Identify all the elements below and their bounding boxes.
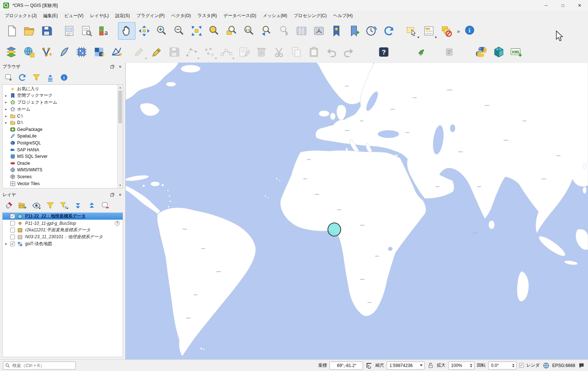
new-3d-map-view-button[interactable] xyxy=(310,22,328,40)
menu-plugins[interactable]: プラグイン(P) xyxy=(133,11,168,20)
current-edits-caret[interactable] xyxy=(145,58,147,59)
zoom-next-button[interactable] xyxy=(275,22,293,40)
layer-crs-warning-badge[interactable]: ? xyxy=(115,221,120,226)
add-mesh-layer-button[interactable] xyxy=(108,43,125,61)
browser-item-sap-hana[interactable]: SAP HANA xyxy=(3,146,123,153)
zoom-full-extent-button[interactable] xyxy=(188,22,205,40)
new-project-button[interactable] xyxy=(3,22,20,40)
save-layer-edits-button[interactable] xyxy=(165,43,183,61)
add-spatialite-layer-button[interactable] xyxy=(55,43,73,61)
lock-scale-icon[interactable] xyxy=(427,362,434,369)
digitize-with-segment-button[interactable] xyxy=(183,43,200,61)
toggle-editing-button[interactable] xyxy=(148,43,165,61)
save-project-button[interactable] xyxy=(38,22,55,40)
current-edits-button[interactable] xyxy=(130,43,148,61)
magnifier-input[interactable] xyxy=(450,363,469,368)
select-form-dropdown-caret[interactable] xyxy=(435,37,437,38)
maximize-button[interactable]: □ xyxy=(555,0,571,11)
layer-checkbox[interactable] xyxy=(10,221,15,226)
point-feature-marker[interactable] xyxy=(328,223,341,236)
menu-layer[interactable]: レイヤ(L) xyxy=(87,11,112,20)
layers-close-icon[interactable]: ✕ xyxy=(118,192,123,197)
new-print-layout-button[interactable] xyxy=(60,22,78,40)
menu-project[interactable]: プロジェクト(J) xyxy=(1,11,40,20)
coordinate-input[interactable] xyxy=(332,363,362,368)
browser-collapse-all-button[interactable] xyxy=(45,72,55,83)
browser-scrollbar[interactable]: ▲ ▼ xyxy=(117,85,123,188)
modify-attributes-button[interactable] xyxy=(235,43,253,61)
magnifier-field[interactable] xyxy=(448,362,474,370)
select-by-form-button[interactable] xyxy=(420,22,438,40)
vertex-tool-caret[interactable] xyxy=(232,58,234,59)
layer-row-r2ka11201[interactable]: r2ka11201:平面直角座標系データ xyxy=(3,227,123,234)
menu-raster[interactable]: ラスタ(R) xyxy=(194,11,220,20)
zoom-to-selection-button[interactable] xyxy=(205,22,223,40)
scroll-up-icon[interactable]: ▲ xyxy=(118,85,123,90)
new-map-view-button[interactable] xyxy=(293,22,310,40)
select-dropdown-caret[interactable] xyxy=(417,37,419,38)
filter-legend-button[interactable] xyxy=(45,200,55,211)
minimize-button[interactable]: ─ xyxy=(538,0,555,11)
expander-icon[interactable]: ▸ xyxy=(4,94,8,97)
python-console-button[interactable] xyxy=(473,43,490,61)
map-canvas[interactable] xyxy=(126,63,588,359)
browser-item-mssql[interactable]: MS SQL Server xyxy=(3,153,123,160)
zoom-out-button[interactable] xyxy=(170,22,188,40)
cut-features-button[interactable] xyxy=(270,43,288,61)
expression-caret[interactable] xyxy=(66,208,68,209)
show-layout-manager-button[interactable] xyxy=(78,22,95,40)
add-group-button[interactable] xyxy=(17,200,28,211)
refresh-map-button[interactable] xyxy=(380,22,398,40)
layer-styling-button[interactable] xyxy=(4,200,14,211)
browser-item-oracle[interactable]: Oracle xyxy=(3,160,123,167)
toggle-extents-icon[interactable] xyxy=(366,362,373,369)
browser-item-scenes[interactable]: Scenes xyxy=(3,173,123,180)
menu-view[interactable]: ビュー(V) xyxy=(61,11,87,20)
expander-icon[interactable]: ▸ xyxy=(4,114,8,118)
expander-icon[interactable]: ▸ xyxy=(4,100,8,104)
browser-properties-button[interactable]: i xyxy=(59,72,69,83)
add-database-layer-button[interactable] xyxy=(73,43,90,61)
layer-checkbox[interactable]: ✓ xyxy=(10,214,15,219)
browser-close-icon[interactable]: ✕ xyxy=(118,64,123,69)
scroll-down-icon[interactable]: ▼ xyxy=(118,183,123,188)
copy-features-button[interactable] xyxy=(288,43,305,61)
add-web-layer-button[interactable] xyxy=(20,43,38,61)
zoom-in-button[interactable] xyxy=(153,22,170,40)
add-raster-layer-button[interactable] xyxy=(90,43,108,61)
browser-item-geopackage[interactable]: GeoPackage xyxy=(3,126,123,133)
layers-float-icon[interactable] xyxy=(110,192,115,197)
collapse-all-button[interactable] xyxy=(87,200,97,211)
messages-icon[interactable] xyxy=(578,362,585,369)
expander-icon[interactable]: ▸ xyxy=(4,107,8,111)
render-checkbox[interactable]: ✓ xyxy=(519,363,524,368)
add-feature-button[interactable] xyxy=(200,43,218,61)
xml-plugin-button[interactable]: XML xyxy=(508,43,525,61)
menu-database[interactable]: データベース(D) xyxy=(220,11,260,20)
redo-button[interactable] xyxy=(340,43,358,61)
pan-map-button[interactable] xyxy=(118,22,135,40)
expander-icon[interactable]: ▸ xyxy=(4,121,8,124)
digitize-caret[interactable] xyxy=(197,58,200,59)
layer-row-n03-23[interactable]: N03-23_11_230101：地理座標系データ xyxy=(3,234,123,240)
identify-features-button[interactable]: i xyxy=(462,22,479,40)
browser-item-postgresql[interactable]: PostgreSQL xyxy=(3,140,123,147)
layer-checkbox[interactable] xyxy=(10,235,15,239)
menu-vector[interactable]: ベクタ(O) xyxy=(168,11,194,20)
zoom-to-layer-button[interactable] xyxy=(223,22,240,40)
browser-float-icon[interactable] xyxy=(110,64,115,69)
browser-item-favorites[interactable]: ★お気に入り xyxy=(3,85,123,92)
browser-item-d-drive[interactable]: ▸D:\ xyxy=(3,119,123,126)
browser-add-layer-button[interactable] xyxy=(4,72,14,83)
toolbar-overflow-chevron[interactable]: » xyxy=(455,28,462,34)
expand-all-button[interactable] xyxy=(73,200,83,211)
filter-by-expression-button[interactable]: ε xyxy=(59,200,69,211)
layer-row-p11-22[interactable]: ✓ P11-22_22：地理座標系データ xyxy=(3,213,123,220)
magnifier-spinner[interactable] xyxy=(469,364,473,367)
help-button[interactable]: ? xyxy=(375,43,392,61)
close-button[interactable]: ✕ xyxy=(571,0,588,11)
crs-value[interactable]: EPSG:6668 xyxy=(552,363,575,368)
threejs-cube-button[interactable] xyxy=(490,43,508,61)
select-features-button[interactable] xyxy=(403,22,420,40)
scale-input[interactable] xyxy=(389,363,419,368)
